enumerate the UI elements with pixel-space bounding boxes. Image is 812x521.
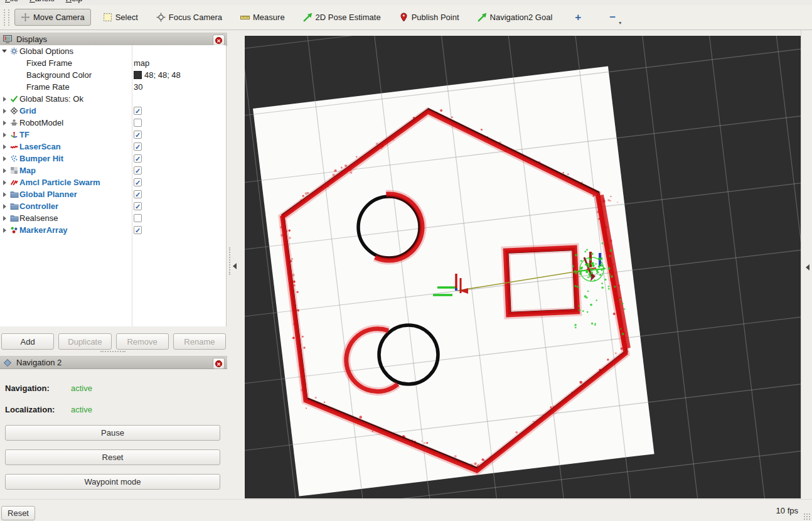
tree-row-markerarray[interactable]: MarkerArray✓ — [0, 224, 226, 236]
tool-navigation2-goal[interactable]: Navigation2 Goal — [471, 9, 559, 26]
display-checkbox[interactable] — [134, 214, 142, 222]
duplicate-display-button[interactable]: Duplicate — [58, 333, 111, 350]
display-checkbox[interactable]: ✓ — [134, 142, 142, 151]
display-checkbox[interactable]: ✓ — [134, 131, 142, 139]
display-checkbox[interactable] — [134, 119, 142, 127]
resize-grip-icon[interactable] — [803, 513, 811, 521]
grid-icon — [9, 107, 19, 115]
display-checkbox[interactable]: ✓ — [134, 178, 142, 186]
menubar: FilePanelsHelp — [0, 0, 812, 5]
tool-focus-camera[interactable]: Focus Camera — [150, 9, 228, 26]
gear-icon — [9, 47, 19, 55]
collapse-left-icon[interactable] — [233, 263, 237, 269]
tree-row-amcl-particle-swarm[interactable]: Amcl Particle Swarm✓ — [0, 176, 226, 188]
tree-row-realsense[interactable]: Realsense — [0, 212, 226, 224]
tree-row-controller[interactable]: Controller✓ — [0, 200, 226, 212]
expand-arrow-icon[interactable] — [0, 50, 9, 53]
tool-label: Measure — [253, 13, 285, 22]
display-checkbox[interactable]: ✓ — [134, 226, 142, 234]
tree-row-laserscan[interactable]: LaserScan✓ — [0, 141, 226, 153]
tree-row-tf[interactable]: TF✓ — [0, 129, 226, 141]
collapse-arrow-icon[interactable] — [0, 192, 9, 197]
tree-label: Fixed Frame — [26, 58, 72, 68]
tree-row-bumper-hit[interactable]: Bumper Hit✓ — [0, 153, 226, 164]
display-checkbox[interactable]: ✓ — [134, 190, 142, 198]
property-value[interactable]: map — [134, 58, 149, 68]
toolbar: Move CameraSelectFocus CameraMeasure2D P… — [0, 5, 812, 30]
property-value-text: 30 — [134, 82, 142, 92]
collapse-arrow-icon[interactable] — [0, 132, 9, 137]
display-checkbox[interactable]: ✓ — [134, 202, 142, 210]
tree-label: LaserScan — [19, 142, 61, 151]
reset-button[interactable]: Reset — [5, 449, 220, 465]
nav2-panel-header[interactable]: Navigation 2 ✕ — [0, 356, 227, 369]
pose-estimate-icon — [303, 13, 313, 22]
remove-tool-button[interactable]: − ▾ — [602, 9, 622, 26]
status-label: Navigation: — [5, 384, 71, 393]
add-display-button[interactable]: Add — [1, 333, 54, 350]
fps-counter: 10 fps — [776, 506, 798, 515]
collapse-arrow-icon[interactable] — [0, 204, 9, 209]
collapse-arrow-icon[interactable] — [0, 168, 9, 173]
tree-label: TF — [19, 130, 29, 139]
right-viewport-splitter[interactable] — [801, 30, 812, 499]
display-checkbox[interactable]: ✓ — [134, 107, 142, 115]
tree-row-grid[interactable]: Grid✓ — [0, 105, 226, 117]
tree-row-global-status-ok[interactable]: Global Status: Ok — [0, 93, 226, 105]
panel-splitter-handle[interactable] — [100, 351, 126, 352]
toolbar-drag-handle[interactable] — [4, 9, 9, 26]
robot-icon — [9, 119, 19, 127]
left-viewport-splitter[interactable] — [227, 30, 245, 499]
tool-publish-point[interactable]: Publish Point — [393, 9, 466, 26]
nav2-close-button[interactable]: ✕ — [213, 358, 225, 369]
tool-move-camera[interactable]: Move Camera — [14, 9, 91, 26]
menu-file[interactable]: File — [5, 0, 18, 3]
collapse-arrow-icon[interactable] — [0, 228, 9, 233]
collapse-arrow-icon[interactable] — [0, 121, 9, 126]
focus-camera-icon — [156, 13, 166, 22]
property-value[interactable]: 30 — [134, 82, 142, 92]
menu-help[interactable]: Help — [66, 0, 83, 3]
collapse-right-icon[interactable] — [806, 264, 809, 271]
tree-label: Bumper Hit — [19, 154, 63, 163]
remove-display-button[interactable]: Remove — [116, 333, 169, 350]
menu-panels[interactable]: Panels — [29, 0, 55, 3]
status-bar: Reset 10 fps — [0, 499, 812, 521]
nav2-status-navigation: Navigation:active — [5, 384, 92, 393]
collapse-arrow-icon[interactable] — [0, 97, 9, 102]
collapse-arrow-icon[interactable] — [0, 216, 9, 221]
rename-display-button[interactable]: Rename — [173, 333, 226, 350]
tree-row-global-options[interactable]: Global Options — [0, 45, 226, 57]
add-tool-button[interactable]: + — [568, 9, 588, 26]
collapse-arrow-icon[interactable] — [0, 144, 9, 149]
tf-icon — [9, 131, 19, 139]
color-swatch — [134, 71, 142, 79]
collapse-arrow-icon[interactable] — [0, 180, 9, 185]
3d-viewport[interactable] — [245, 36, 801, 498]
bumper-icon — [9, 154, 19, 163]
tree-label: Amcl Particle Swarm — [19, 178, 100, 187]
display-checkbox[interactable]: ✓ — [134, 154, 142, 163]
tool-measure[interactable]: Measure — [234, 9, 291, 26]
collapse-arrow-icon[interactable] — [0, 156, 9, 161]
tool-2d-pose-estimate[interactable]: 2D Pose Estimate — [297, 9, 387, 26]
pause-button[interactable]: Pause — [5, 425, 220, 441]
displays-close-button[interactable]: ✕ — [213, 35, 225, 46]
map-icon — [9, 166, 19, 175]
marker-icon — [9, 226, 19, 234]
tool-select[interactable]: Select — [97, 9, 144, 26]
laser-icon — [9, 142, 19, 151]
property-value[interactable]: 48; 48; 48 — [134, 70, 181, 80]
displays-panel-header[interactable]: Displays ✕ — [0, 33, 227, 46]
time-reset-button[interactable]: Reset — [1, 506, 35, 520]
tree-row-map[interactable]: Map✓ — [0, 164, 226, 176]
waypoint-mode-button[interactable]: Waypoint mode — [5, 474, 220, 490]
tree-row-fixed-frame[interactable]: Fixed Framemap — [0, 57, 226, 69]
collapse-arrow-icon[interactable] — [0, 109, 9, 114]
tree-row-global-planner[interactable]: Global Planner✓ — [0, 188, 226, 200]
tree-label: MarkerArray — [19, 225, 68, 235]
tree-row-robotmodel[interactable]: RobotModel — [0, 117, 226, 129]
tree-row-background-color[interactable]: Background Color48; 48; 48 — [0, 69, 226, 81]
display-checkbox[interactable]: ✓ — [134, 166, 142, 175]
tree-row-frame-rate[interactable]: Frame Rate30 — [0, 81, 226, 93]
